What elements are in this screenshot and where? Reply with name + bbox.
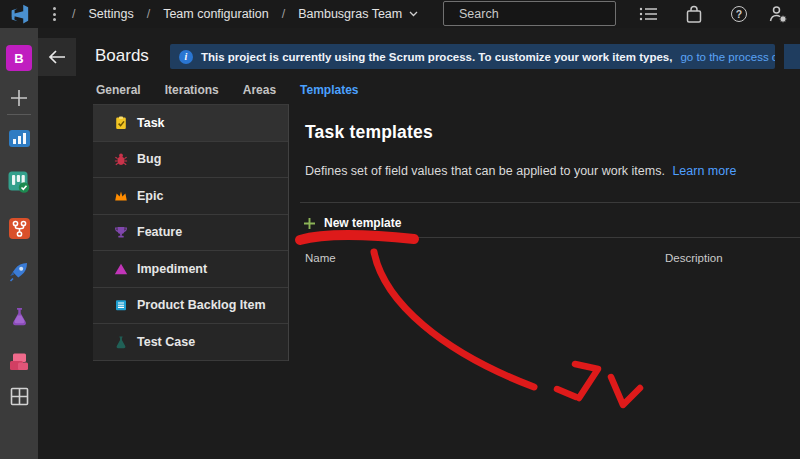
breadcrumb: / Settings / Team configuration / Bambus… bbox=[72, 0, 418, 28]
banner-overflow bbox=[784, 44, 800, 69]
work-items-list-icon[interactable] bbox=[638, 4, 658, 24]
apps-grid-icon[interactable] bbox=[7, 384, 31, 408]
task-icon bbox=[114, 116, 128, 130]
info-icon: i bbox=[179, 50, 193, 64]
top-bar: / Settings / Team configuration / Bambus… bbox=[0, 0, 800, 28]
back-button[interactable] bbox=[38, 38, 76, 76]
search-input[interactable] bbox=[459, 7, 620, 21]
annotation-curved-arrow bbox=[374, 252, 534, 387]
backlog-list-icon bbox=[114, 298, 128, 312]
feature-trophy-icon bbox=[114, 225, 128, 239]
annotation-arrowhead-left bbox=[575, 364, 598, 398]
column-header-name: Name bbox=[305, 252, 336, 264]
pipelines-rocket-icon[interactable] bbox=[7, 260, 31, 284]
list-item-label: Task bbox=[137, 116, 165, 130]
annotation-dash bbox=[557, 389, 576, 397]
artifacts-packages-icon[interactable] bbox=[7, 350, 31, 374]
page-title: Boards bbox=[95, 46, 149, 66]
list-item-test-case[interactable]: Test Case bbox=[93, 324, 288, 361]
breadcrumb-settings[interactable]: Settings bbox=[88, 7, 133, 21]
azure-devops-logo-icon[interactable] bbox=[7, 3, 31, 25]
left-navigation-rail: B bbox=[0, 28, 38, 459]
breadcrumb-team-configuration[interactable]: Team configuration bbox=[163, 7, 269, 21]
test-case-flask-icon bbox=[114, 335, 128, 349]
list-item-label: Epic bbox=[137, 189, 163, 203]
divider bbox=[300, 202, 800, 203]
list-item-label: Test Case bbox=[137, 335, 195, 349]
more-options-icon[interactable] bbox=[48, 5, 60, 23]
tab-general[interactable]: General bbox=[96, 83, 141, 97]
app-window: / Settings / Team configuration / Bambus… bbox=[0, 0, 800, 459]
section-description: Defines set of field values that can be … bbox=[305, 164, 736, 178]
divider bbox=[300, 237, 800, 238]
breadcrumb-separator: / bbox=[282, 7, 285, 21]
breadcrumb-separator: / bbox=[147, 7, 150, 21]
add-plus-icon[interactable] bbox=[7, 86, 31, 110]
list-item-label: Impediment bbox=[137, 262, 207, 276]
list-item-product-backlog-item[interactable]: Product Backlog Item bbox=[93, 288, 288, 325]
annotation-arrowhead-right bbox=[611, 377, 640, 405]
project-avatar[interactable]: B bbox=[6, 45, 32, 71]
user-settings-icon[interactable] bbox=[768, 4, 788, 24]
help-glyph: ? bbox=[731, 6, 747, 22]
list-item-feature[interactable]: Feature bbox=[93, 215, 288, 252]
tab-iterations[interactable]: Iterations bbox=[165, 83, 219, 97]
list-item-label: Product Backlog Item bbox=[137, 298, 266, 312]
search-box[interactable] bbox=[443, 1, 616, 26]
tab-areas[interactable]: Areas bbox=[243, 83, 276, 97]
banner-text: This project is currently using the Scru… bbox=[201, 51, 672, 63]
plus-icon bbox=[303, 217, 316, 230]
help-icon[interactable]: ? bbox=[729, 4, 749, 24]
repos-branch-icon[interactable] bbox=[7, 216, 31, 240]
tab-bar: General Iterations Areas Templates bbox=[96, 83, 359, 97]
list-item-label: Feature bbox=[137, 225, 182, 239]
process-info-banner: i This project is currently using the Sc… bbox=[170, 44, 775, 69]
column-header-description: Description bbox=[665, 252, 723, 264]
bug-icon bbox=[114, 152, 128, 166]
new-template-button[interactable]: New template bbox=[303, 211, 401, 235]
breadcrumb-team-selector[interactable]: Bambusgras Team bbox=[298, 7, 418, 21]
arrow-left-icon bbox=[47, 48, 67, 66]
chevron-down-icon bbox=[409, 11, 418, 17]
section-heading: Task templates bbox=[305, 122, 433, 143]
process-customization-link[interactable]: go to the process customization page. bbox=[680, 51, 775, 63]
description-text: Defines set of field values that can be … bbox=[305, 164, 665, 178]
overview-chart-icon[interactable] bbox=[7, 126, 31, 150]
test-plans-flask-icon[interactable] bbox=[7, 305, 31, 329]
work-item-type-list: Task Bug Epic Feature bbox=[93, 104, 289, 361]
boards-icon[interactable] bbox=[7, 170, 31, 194]
marketplace-bag-icon[interactable] bbox=[684, 4, 704, 24]
epic-crown-icon bbox=[114, 189, 128, 203]
new-template-label: New template bbox=[324, 216, 401, 230]
tab-templates[interactable]: Templates bbox=[300, 83, 358, 97]
list-item-impediment[interactable]: Impediment bbox=[93, 251, 288, 288]
impediment-triangle-icon bbox=[114, 262, 128, 276]
list-item-label: Bug bbox=[137, 152, 161, 166]
team-name: Bambusgras Team bbox=[298, 7, 402, 21]
learn-more-link[interactable]: Learn more bbox=[672, 164, 736, 178]
list-item-task[interactable]: Task bbox=[93, 105, 288, 142]
list-item-epic[interactable]: Epic bbox=[93, 178, 288, 215]
rail-divider bbox=[7, 114, 31, 115]
breadcrumb-separator: / bbox=[72, 7, 75, 21]
list-item-bug[interactable]: Bug bbox=[93, 142, 288, 179]
